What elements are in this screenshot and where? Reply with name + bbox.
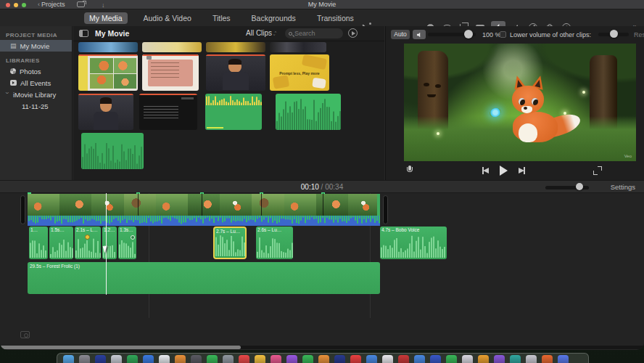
media-thumbnail-audio[interactable] [205,94,262,130]
dock-app-icon[interactable] [255,355,265,363]
dock-app-icon[interactable] [318,355,329,363]
volume-slider[interactable] [428,33,476,36]
dock-app-icon[interactable] [95,355,106,363]
dock-app-icon[interactable] [398,355,409,363]
audio-clip[interactable]: 2.1s – L… [75,227,101,259]
tab-my-media[interactable]: My Media [84,12,128,24]
media-thumbnail-audio[interactable] [276,94,341,130]
sidebar-toggle-icon[interactable] [79,30,88,37]
scrollbar-thumb[interactable] [0,346,241,349]
dock-app-icon[interactable] [223,355,234,363]
filmstrip-frame [124,194,156,216]
media-thumbnail[interactable] [206,42,265,52]
volume-slider-knob[interactable] [464,30,473,38]
media-thumbnail-screen-recording[interactable] [139,94,197,130]
project-media-header: PROJECT MEDIA [6,32,72,38]
tab-audio-video[interactable]: Audio & Video [139,12,197,24]
tab-backgrounds[interactable]: Backgrounds [247,12,301,24]
media-thumbnail-promo[interactable]: Prompt less, Play more [270,54,329,91]
dock-app-icon[interactable] [446,355,457,363]
dock-app-icon[interactable] [366,355,377,363]
timeline-zoom-slider[interactable] [545,186,589,189]
lower-volume-checkbox[interactable] [500,31,506,38]
audio-clip[interactable]: 1.2… [102,227,117,259]
dock-app-icon[interactable] [175,355,186,363]
auto-button[interactable]: Auto [391,30,410,39]
audio-clip[interactable]: 1.5s… [49,227,73,259]
dock-app-icon[interactable] [430,355,441,363]
audio-clip-selected[interactable]: 2.7s – Lu… [213,227,247,259]
clip-filter-dropdown[interactable]: All Clips ›› [246,29,276,37]
continuous-playback-icon[interactable] [348,28,358,38]
dock-app-icon[interactable] [159,355,170,363]
media-thumbnail-webcam[interactable] [78,94,133,130]
desktop: ‹Projects ↓ My Movie My Media Audio & Vi… [0,0,644,363]
dock-app-icon[interactable] [286,355,297,363]
media-thumbnail[interactable] [142,42,202,52]
dock-app-icon[interactable] [350,355,361,363]
audio-clip[interactable]: 4.7s – Bobo Voice [380,227,447,259]
sidebar-item-imovie-library[interactable]: › iMovie Library [0,89,72,100]
dock-app-icon[interactable] [510,355,521,363]
audio-clip[interactable]: 1… [29,227,48,259]
dock-app-icon[interactable] [478,355,489,363]
dock-app-icon[interactable] [111,355,122,363]
previous-frame-button[interactable] [482,167,490,174]
reset-button[interactable]: Reset [634,31,644,38]
sidebar-item-all-events[interactable]: All Events [0,77,72,89]
voiceover-mic-icon[interactable] [407,166,413,174]
audio-clip[interactable]: 2.6s – Lu… [256,227,293,259]
volume-keyframe-badge[interactable] [131,235,135,240]
timeline-settings-button[interactable]: Settings [611,183,635,191]
dock-app-icon[interactable] [79,355,90,363]
play-button[interactable] [500,166,508,176]
lower-volume-knob[interactable] [610,30,618,38]
media-thumbnail-webpage[interactable] [78,54,138,91]
timeline-zoom-knob[interactable] [576,183,583,190]
search-input[interactable] [294,30,339,37]
dock-app-icon[interactable] [143,355,154,363]
dock-app-icon[interactable] [127,355,138,363]
audio-effect-badge[interactable] [85,234,90,240]
dock-app-icon[interactable] [414,355,425,363]
trim-handle-right[interactable] [383,195,388,224]
chevron-down-icon[interactable]: › [4,92,11,97]
video-audio-strip[interactable] [28,216,380,226]
sidebar-item-my-movie[interactable]: ▤ My Movie [0,40,72,52]
video-clip-filmstrip[interactable] [28,194,380,216]
fullscreen-icon[interactable] [593,166,602,175]
dock-app-icon[interactable] [382,355,393,363]
search-field[interactable] [285,28,343,38]
dock-app-icon[interactable] [63,355,74,363]
media-thumbnail-audio[interactable] [81,133,144,169]
dock-app-icon[interactable] [271,355,281,363]
dock-app-icon[interactable] [191,355,202,363]
sidebar-item-photos[interactable]: Photos [0,65,72,77]
firefly [564,112,566,115]
dock-app-icon[interactable] [239,355,249,363]
media-thumbnail[interactable] [270,42,326,52]
tab-titles[interactable]: Titles [207,12,236,24]
playhead[interactable] [106,193,107,295]
timeline-scrollbar[interactable] [0,346,644,349]
dock-app-icon[interactable] [526,355,537,363]
dock-app-icon[interactable] [542,355,553,363]
audio-clip[interactable]: 1.3s… [118,227,136,259]
media-thumbnail-document[interactable] [142,54,199,91]
lower-volume-slider[interactable] [598,33,629,36]
tab-transitions[interactable]: Transitions [312,12,359,24]
next-frame-button[interactable] [517,167,526,174]
mute-button[interactable] [413,30,426,39]
dock-app-icon[interactable] [207,355,218,363]
dock-app-icon[interactable] [334,355,345,363]
background-music-clip[interactable]: 29.5s – Forest Frolic (1) [28,262,380,294]
dock-app-icon[interactable] [462,355,473,363]
dock-app-icon[interactable] [302,355,313,363]
dock-app-icon[interactable] [558,355,569,363]
dock-app-icon[interactable] [494,355,505,363]
clip-end-handle[interactable] [377,194,380,216]
media-thumbnail[interactable] [78,42,138,52]
media-thumbnail-webcam[interactable] [206,54,265,91]
trim-handle-left[interactable] [20,195,25,224]
sidebar-item-event-date[interactable]: 11-11-25 [0,100,72,112]
